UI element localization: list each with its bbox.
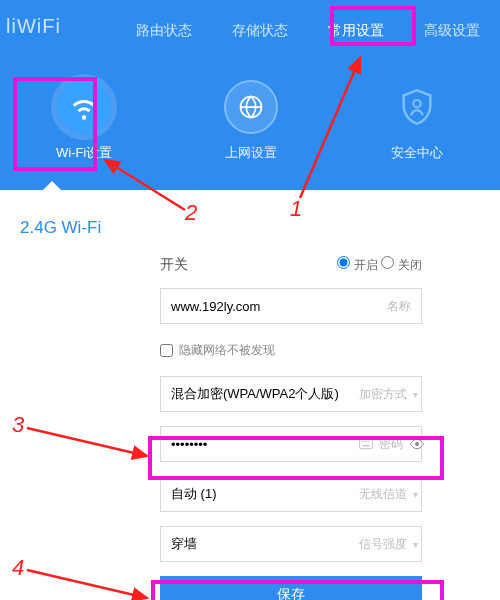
globe-icon	[224, 80, 278, 134]
wifi-settings-item[interactable]: Wi-Fi设置	[56, 80, 112, 162]
save-row: 保存	[160, 576, 422, 600]
internet-settings-label: 上网设置	[225, 144, 277, 162]
svg-point-1	[413, 100, 420, 107]
name-suffix: 名称	[377, 298, 421, 315]
switch-off-radio[interactable]	[381, 256, 394, 269]
nav-advanced-settings[interactable]: 高级设置	[424, 22, 480, 40]
switch-on-radio[interactable]	[337, 256, 350, 269]
switch-radios: 开启 关闭	[337, 256, 422, 274]
security-center-label: 安全中心	[391, 144, 443, 162]
header: liWiFi 路由状态 存储状态 常用设置 高级设置 Wi-Fi设置 上网设置 …	[0, 0, 500, 190]
wifi-settings-label: Wi-Fi设置	[56, 144, 112, 162]
svg-point-8	[415, 442, 419, 446]
channel-suffix: 无线信道 ▾	[349, 486, 428, 503]
strength-suffix: 信号强度 ▾	[349, 536, 428, 553]
channel-row: 无线信道 ▾	[160, 476, 422, 512]
switch-on-label: 开启	[354, 258, 378, 272]
svg-rect-5	[366, 441, 367, 442]
nav-router-status[interactable]: 路由状态	[136, 22, 192, 40]
nav-storage-status[interactable]: 存储状态	[232, 22, 288, 40]
name-row: 名称	[160, 288, 422, 324]
svg-rect-4	[364, 441, 365, 442]
switch-off-label: 关闭	[398, 258, 422, 272]
shield-icon	[390, 80, 444, 134]
internet-settings-item[interactable]: 上网设置	[224, 80, 278, 162]
wifi-form: 开关 开启 关闭 名称 隐藏网络不被发现 加密方式 ▾ 密码	[0, 256, 500, 600]
name-input[interactable]	[161, 289, 377, 323]
strength-row: 信号强度 ▾	[160, 526, 422, 562]
chevron-down-icon: ▾	[413, 389, 418, 400]
active-tab-pointer	[42, 181, 62, 191]
svg-rect-3	[361, 441, 362, 442]
svg-rect-6	[368, 441, 369, 442]
channel-input[interactable]	[161, 477, 349, 511]
keyboard-icon	[359, 438, 373, 450]
strength-input[interactable]	[161, 527, 349, 561]
encryption-field[interactable]: 加密方式 ▾	[160, 376, 422, 412]
hide-checkbox[interactable]	[160, 344, 173, 357]
password-input[interactable]	[161, 427, 349, 461]
strength-field[interactable]: 信号强度 ▾	[160, 526, 422, 562]
wifi-icon	[57, 80, 111, 134]
encryption-input[interactable]	[161, 377, 349, 411]
nav-common-settings[interactable]: 常用设置	[328, 22, 384, 40]
password-row: 密码	[160, 426, 422, 462]
svg-rect-7	[363, 445, 370, 446]
svg-rect-2	[360, 439, 373, 448]
save-button[interactable]: 保存	[160, 576, 422, 600]
password-suffix: 密码	[349, 436, 435, 453]
name-field[interactable]: 名称	[160, 288, 422, 324]
section-title: 2.4G Wi-Fi	[20, 218, 500, 238]
settings-icon-row: Wi-Fi设置 上网设置 安全中心	[0, 80, 500, 162]
switch-label: 开关	[160, 256, 210, 274]
top-nav: 路由状态 存储状态 常用设置 高级设置	[0, 22, 500, 40]
eye-icon[interactable]	[409, 438, 425, 450]
chevron-down-icon: ▾	[413, 539, 418, 550]
hide-label: 隐藏网络不被发现	[179, 342, 275, 359]
security-center-item[interactable]: 安全中心	[390, 80, 444, 162]
chevron-down-icon: ▾	[413, 489, 418, 500]
encryption-row: 加密方式 ▾	[160, 376, 422, 412]
channel-field[interactable]: 无线信道 ▾	[160, 476, 422, 512]
switch-row: 开关 开启 关闭	[160, 256, 422, 274]
hide-row: 隐藏网络不被发现	[160, 338, 422, 362]
password-field[interactable]: 密码	[160, 426, 422, 462]
encryption-suffix: 加密方式 ▾	[349, 386, 428, 403]
